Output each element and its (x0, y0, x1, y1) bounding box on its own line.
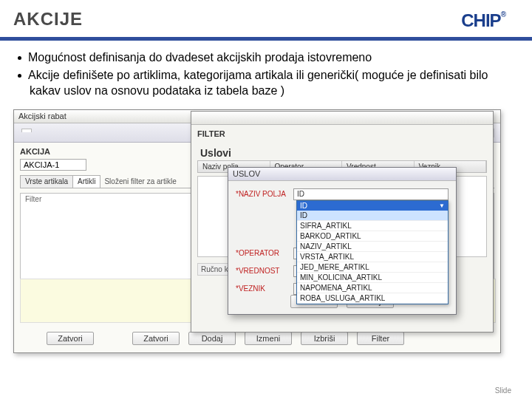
zatvori-button[interactable]: Zatvori (47, 332, 94, 345)
uslovi-heading: Uslovi (197, 141, 487, 160)
bullet-list: Mogućnost definisanja do dvadeset akcijs… (0, 41, 532, 106)
tab-hint: Složeni filter za artikle (100, 175, 180, 188)
label-vrednost: *VREDNOST (236, 267, 289, 275)
dropdown-item[interactable]: MIN_KOLICINA_ARTIKL (297, 273, 448, 283)
dropdown-item[interactable]: BARKOD_ARTIKL (297, 231, 448, 242)
footer-note: Slide (495, 386, 511, 395)
window-uslov: USLOV *NAZIV POLJA ID *OPERATOR *VREDNOS… (228, 167, 457, 315)
dropdown-selected[interactable]: ID ▼ (297, 201, 448, 211)
dropdown-item[interactable]: JED_MERE_ARTIKL (297, 262, 448, 273)
naziv-polja-field[interactable]: ID (293, 188, 449, 200)
filter-button[interactable]: Filter (357, 332, 404, 345)
dropdown-item[interactable]: SIFRA_ARTIKL (297, 221, 448, 231)
logo: CHIP® (461, 10, 505, 31)
dropdown-item[interactable]: NAZIV_ARTIKL (297, 242, 448, 252)
dodaj-button[interactable]: Dodaj (188, 332, 236, 345)
titlebar[interactable] (191, 112, 493, 125)
dropdown-item[interactable]: VRSTA_ARTIKL (297, 252, 448, 262)
slide-title: AKCIJE (13, 9, 519, 30)
titlebar[interactable]: USLOV (228, 168, 456, 181)
chevron-down-icon: ▼ (439, 202, 445, 209)
label-operator: *OPERATOR (236, 249, 289, 257)
label-naziv-polja: *NAZIV POLJA (236, 190, 289, 198)
screenshot-area: Akcijski rabat AKCIJA Vrste artikala Art… (13, 109, 519, 361)
naziv-polja-dropdown[interactable]: ID ▼ ID SIFRA_ARTIKL BARKOD_ARTIKL NAZIV… (296, 200, 449, 304)
tab-vrste-artikala[interactable]: Vrste artikala (20, 175, 73, 188)
dropdown-item[interactable]: ID (297, 211, 448, 221)
tab-artikli[interactable]: Artikli (72, 175, 100, 188)
bullet-item: Mogućnost definisanja do dvadeset akcijs… (30, 50, 511, 66)
label-veznik: *VEZNIK (236, 284, 289, 293)
akcija-input[interactable] (20, 159, 86, 171)
bullet-item: Akcije definišete po artiklima, kategori… (30, 67, 511, 99)
zatvori-button-2[interactable]: Zatvori (132, 332, 180, 345)
izmeni-button[interactable]: Izmeni (245, 332, 292, 345)
izbrisi-button[interactable]: Izbriši (301, 332, 348, 345)
strip-tab[interactable] (21, 129, 32, 132)
dropdown-item[interactable]: NAPOMENA_ARTIKL (297, 283, 448, 293)
dropdown-item[interactable]: ROBA_USLUGA_ARTIKL (297, 293, 448, 304)
panel-label-filter: FILTER (197, 129, 487, 141)
